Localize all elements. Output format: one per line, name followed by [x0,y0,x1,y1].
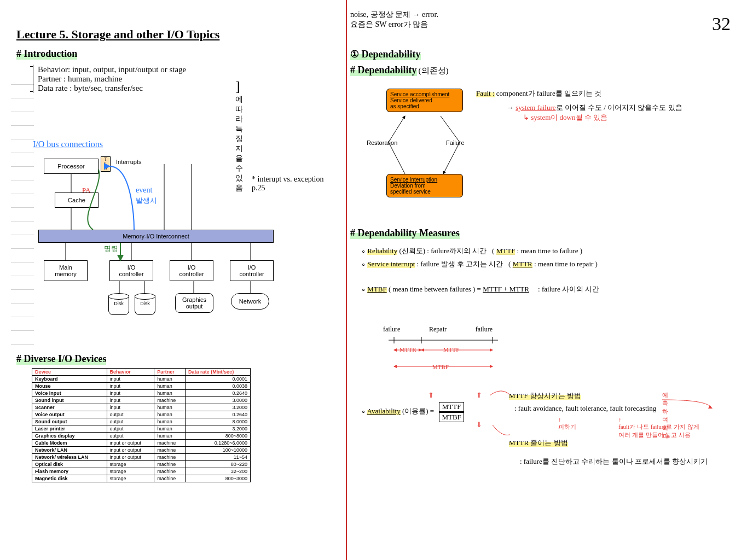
top-note-line1: noise, 공정상 문제 → error. [350,10,438,19]
table-cell: 100~10000 [186,447,251,454]
table-cell: 3.0000 [186,397,251,404]
table-cell: 0.2640 [186,411,251,418]
mttf-label: MTTF [496,247,516,255]
table-row: Keyboardinputhuman0.0001 [32,376,251,383]
page-number: 32 [712,14,731,34]
table-cell: human [154,390,186,397]
interrupt-vs-exception-note: * interupt vs. exception p.25 [252,175,367,192]
table-row: Network/ LANinput or outputmachine100~10… [32,447,251,454]
svg-line-14 [441,116,460,142]
dependability-section: ① Dependability [350,48,421,60]
table-cell: Cable Modem [32,440,107,447]
behavior-line: Behavior: input, output, input/output or… [38,65,186,74]
tl-mttr: MTTR [399,346,416,353]
interconnect-label: Memory-I/O Interconnect [123,233,189,240]
pa-label: PA [82,186,90,195]
table-header: Data rate (Mbit/sec) [186,369,251,376]
availability-block: ∘ Availability (이용률) = MTTF MTBF ⇑ ⇑ ⇓ M… [361,402,744,422]
table-row: Laser printeroutputhuman3.2000 [32,425,251,433]
table-cell: human [154,383,186,390]
mtbf-def: ( mean time between failures ) = [389,285,481,293]
table-row: Sound outputoutputhuman8.0000 [32,418,251,425]
table-cell: Flash memory [32,468,107,475]
graphics-box: Graphics output [175,293,213,313]
table-cell: human [154,418,186,425]
tl-mttf: MTTF [443,346,459,353]
table-cell: storage [107,468,154,475]
table-cell: input or output [107,440,154,447]
top-note: noise, 공정상 문제 → error. 요즘은 SW error가 많음 [350,10,438,30]
fault-sub: ↳ system이 down될 수 있음 [523,113,607,121]
table-cell: machine [154,454,186,461]
io-ctl-label-1: I/O controller [119,264,143,277]
table-row: Flash memorystoragemachine32~200 [32,468,251,475]
table-cell: Voice output [32,411,107,418]
top-note-line2: 요즘은 SW error가 많음 [350,20,428,28]
table-cell: Sound output [32,418,107,425]
cache-box: Cache [55,192,99,208]
graphics-label: Graphics output [182,296,206,310]
table-cell: human [154,425,186,433]
network-label: Network [239,298,261,305]
partner-line: Partner : human, machine [38,74,186,84]
dependability-heading: # Dependability [350,65,417,76]
tolerance-note: fault가 나도 failure로 가지 않게 여러 개를 만들어 놓고 사용 [618,423,699,438]
event-label: event [136,186,152,195]
disk-1: Disk [108,293,129,315]
table-cell: storage [107,475,154,482]
mtbf-note: : failure 사이의 시간 [538,285,599,293]
io-ctl-label-3: I/O controller [239,264,264,277]
mttr-def: mean time to repair [538,260,593,268]
table-cell: 80~220 [186,461,251,468]
table-row: Magnetic diskstoragemachine800~3000 [32,475,251,482]
timeline-f2: failure [476,325,493,334]
table-cell: 32~200 [186,468,251,475]
disk-label-1: Disk [108,301,129,306]
table-cell: 800~3000 [186,475,251,482]
table-cell: machine [154,447,186,454]
lecture-title: Lecture 5. Storage and other I/O Topics [16,27,219,42]
mttr-method-label: MTTR 줄이는 방법 [509,439,568,447]
table-cell: Network/ LAN [32,447,107,454]
mtbf-label: MTBF [367,285,386,293]
table-row: Sound inputinputmachine3.0000 [32,397,251,404]
io-ctl-1: I/O controller [109,260,153,281]
interconnect-bar: Memory-I/O Interconnect [38,230,274,243]
devices-table: DeviceBehaviorPartnerData rate (Mbit/sec… [32,368,251,482]
table-cell: human [154,411,186,418]
interrupts-label: Interrupts [116,159,141,165]
table-row: Network/ wireless LANinput or outputmach… [32,454,251,461]
restoration-label: Restoration [367,139,397,146]
forecast-arrow-icon [640,390,747,412]
table-header: Behavior [107,369,154,376]
io-ctl-2: I/O controller [170,260,213,281]
table-header: Device [32,369,107,376]
column-divider [346,0,347,560]
table-cell: 0.1280~6.0000 [186,440,251,447]
table-cell: Keyboard [32,376,107,383]
table-cell: output [107,418,154,425]
measures-content: ∘ Reliability (신뢰도) : failure까지의 시간 ( MT… [361,246,733,294]
table-cell: input [107,376,154,383]
table-cell: human [154,376,186,383]
table-cell: machine [154,440,186,447]
io-ctl-3: I/O controller [230,260,274,281]
table-cell: output [107,425,154,433]
measures-heading: # Dependability Measures [350,228,460,239]
table-cell: input or output [107,454,154,461]
table-cell: output [107,411,154,418]
table-row: Voice inputinputhuman0.2640 [32,390,251,397]
table-cell: Graphics display [32,433,107,440]
io-ctl-label-2: I/O controller [179,264,204,277]
table-cell: 0.2640 [186,390,251,397]
table-cell: Network/ wireless LAN [32,454,107,461]
disk-2: Disk [135,293,155,315]
reliability-sub: (신뢰도) : failure까지의 시간 [399,247,487,255]
table-row: Mouseinputhuman0.0038 [32,383,251,390]
table-cell: storage [107,461,154,468]
table-cell: machine [154,397,186,404]
intro-heading: # Introduction [16,48,77,60]
table-cell: 3.2000 [186,425,251,433]
table-cell: 11~54 [186,454,251,461]
timeline-repair: Repair [429,325,447,334]
